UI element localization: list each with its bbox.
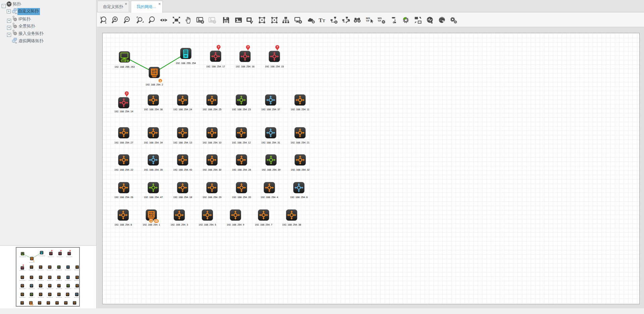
svg-text:TP: TP <box>378 19 381 22</box>
svg-text:1: 1 <box>100 16 102 19</box>
svg-text:TP: TP <box>366 19 370 22</box>
svg-text:T: T <box>323 18 325 23</box>
svg-text:1: 1 <box>105 21 106 24</box>
svg-text:T: T <box>319 17 323 23</box>
